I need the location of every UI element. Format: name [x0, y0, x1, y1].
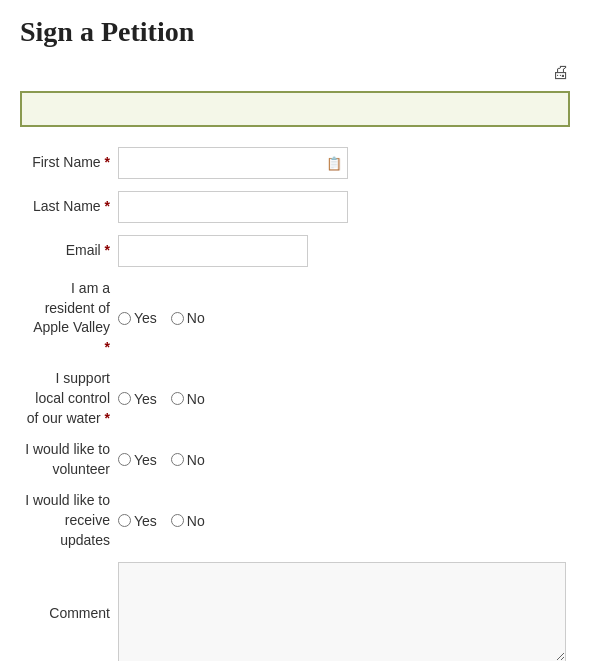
last-name-row: Last Name * [20, 185, 570, 229]
volunteer-no-label[interactable]: No [171, 452, 205, 468]
support-label: I support local control of our water * [20, 363, 114, 434]
first-name-required: * [105, 154, 110, 170]
volunteer-yes-radio[interactable] [118, 453, 131, 466]
comment-row: Comment [20, 556, 570, 661]
resident-no-radio[interactable] [171, 312, 184, 325]
resident-required: * [105, 339, 110, 355]
resident-radio-group: Yes No [118, 310, 566, 326]
updates-yes-label[interactable]: Yes [118, 513, 157, 529]
support-yes-radio[interactable] [118, 392, 131, 405]
support-no-label[interactable]: No [171, 391, 205, 407]
email-label: Email * [20, 229, 114, 273]
volunteer-label: I would like to volunteer [20, 434, 114, 485]
updates-no-radio[interactable] [171, 514, 184, 527]
support-no-radio[interactable] [171, 392, 184, 405]
petition-form: First Name * 📋 Last Name * Emai [20, 141, 570, 661]
support-row: I support local control of our water * Y… [20, 363, 570, 434]
volunteer-radio-group: Yes No [118, 452, 566, 468]
last-name-input[interactable] [118, 191, 348, 223]
resident-no-label[interactable]: No [171, 310, 205, 326]
email-input[interactable] [118, 235, 308, 267]
resident-yes-label[interactable]: Yes [118, 310, 157, 326]
support-required: * [105, 410, 110, 426]
volunteer-no-radio[interactable] [171, 453, 184, 466]
resident-row: I am a resident of Apple Valley * Yes No [20, 273, 570, 363]
support-yes-label[interactable]: Yes [118, 391, 157, 407]
resident-yes-radio[interactable] [118, 312, 131, 325]
comment-textarea[interactable] [118, 562, 566, 661]
support-radio-group: Yes No [118, 391, 566, 407]
resident-label: I am a resident of Apple Valley * [20, 273, 114, 363]
first-name-input[interactable] [118, 147, 348, 179]
first-name-label: First Name * [20, 141, 114, 185]
page-title: Sign a Petition [20, 16, 570, 48]
updates-no-label[interactable]: No [171, 513, 205, 529]
updates-radio-group: Yes No [118, 513, 566, 529]
updates-row: I would like to receive updates Yes No [20, 485, 570, 556]
updates-label: I would like to receive updates [20, 485, 114, 556]
email-required: * [105, 242, 110, 258]
comment-label: Comment [20, 556, 114, 661]
last-name-required: * [105, 198, 110, 214]
highlight-input[interactable] [20, 91, 570, 127]
last-name-label: Last Name * [20, 185, 114, 229]
volunteer-row: I would like to volunteer Yes No [20, 434, 570, 485]
updates-yes-radio[interactable] [118, 514, 131, 527]
email-row: Email * [20, 229, 570, 273]
first-name-row: First Name * 📋 [20, 141, 570, 185]
print-icon[interactable]: 🖨 [552, 62, 570, 83]
first-name-input-wrapper: 📋 [118, 147, 348, 179]
volunteer-yes-label[interactable]: Yes [118, 452, 157, 468]
